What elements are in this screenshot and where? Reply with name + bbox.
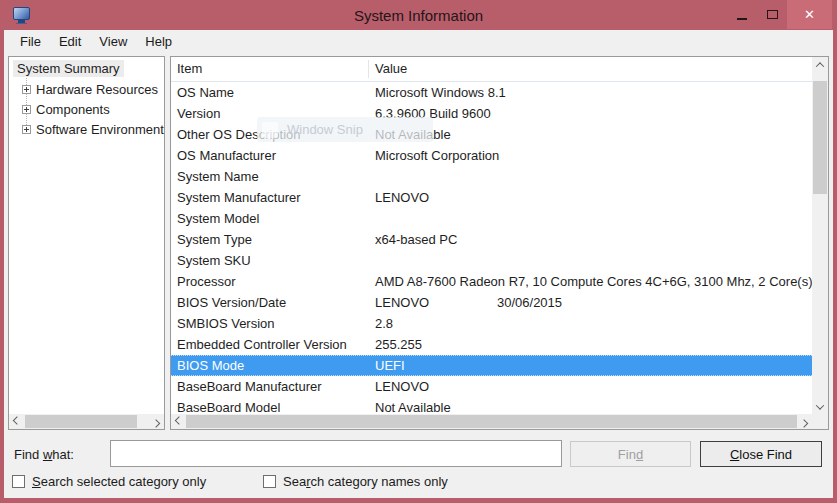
titlebar[interactable]: System Information ✕ bbox=[0, 0, 837, 30]
list-row[interactable]: OS NameMicrosoft Windows 8.1 bbox=[171, 82, 812, 103]
scrollbar-corner bbox=[812, 414, 828, 429]
row-item-cell: Embedded Controller Version bbox=[177, 334, 347, 355]
list-row[interactable]: System ManufacturerLENOVO bbox=[171, 187, 812, 208]
list-row[interactable]: System Typex64-based PC bbox=[171, 229, 812, 250]
column-header-item[interactable]: Item bbox=[177, 61, 202, 76]
row-item-cell: System Name bbox=[177, 166, 259, 187]
search-category-names-checkbox[interactable] bbox=[263, 475, 276, 488]
row-value-cell: Microsoft Windows 8.1 bbox=[375, 82, 506, 103]
row-value-cell: LENOVO bbox=[375, 376, 429, 397]
maximize-icon bbox=[767, 10, 778, 19]
chevron-left-icon bbox=[175, 416, 183, 424]
search-selected-category-checkbox[interactable] bbox=[12, 475, 25, 488]
list-row[interactable]: ProcessorAMD A8-7600 Radeon R7, 10 Compu… bbox=[171, 271, 812, 292]
list-row[interactable]: System SKU bbox=[171, 250, 812, 271]
scroll-right-button[interactable] bbox=[148, 414, 164, 429]
row-value-cell: Microsoft Corporation bbox=[375, 145, 499, 166]
list-row[interactable]: BaseBoard ModelNot Available bbox=[171, 397, 812, 414]
menu-edit[interactable]: Edit bbox=[50, 32, 90, 51]
search-selected-category-label[interactable]: Search selected category only bbox=[32, 474, 206, 489]
row-value2-cell: 30/06/2015 bbox=[497, 292, 562, 313]
scrollbar-thumb[interactable] bbox=[813, 81, 827, 194]
list-row[interactable]: BaseBoard ManufacturerLENOVO bbox=[171, 376, 812, 397]
list-row[interactable]: Other OS DescriptionNot Available bbox=[171, 124, 812, 145]
scroll-left-button[interactable] bbox=[171, 414, 187, 429]
list-row[interactable]: Embedded Controller Version255.255 bbox=[171, 334, 812, 355]
details-list-panel: Item Value OS NameMicrosoft Windows 8.1V… bbox=[170, 56, 829, 430]
chevron-left-icon bbox=[13, 416, 21, 424]
list-vertical-scrollbar[interactable] bbox=[812, 57, 828, 415]
close-button[interactable]: ✕ bbox=[787, 0, 832, 29]
list-row[interactable]: OS ManufacturerMicrosoft Corporation bbox=[171, 145, 812, 166]
find-what-label: Find what: bbox=[14, 447, 74, 462]
menu-help[interactable]: Help bbox=[136, 32, 181, 51]
window-title: System Information bbox=[0, 7, 837, 24]
row-item-cell: Other OS Description bbox=[177, 124, 301, 145]
row-item-cell: Processor bbox=[177, 271, 236, 292]
expand-plus-icon[interactable] bbox=[22, 85, 31, 94]
row-value-cell: LENOVO bbox=[375, 187, 429, 208]
row-value-cell: 6.3.9600 Build 9600 bbox=[375, 103, 491, 124]
tree-horizontal-scrollbar[interactable] bbox=[9, 414, 164, 429]
system-information-app-icon bbox=[13, 7, 30, 20]
minimize-icon bbox=[737, 18, 747, 20]
row-item-cell: BIOS Version/Date bbox=[177, 292, 286, 313]
chevron-up-icon bbox=[816, 62, 824, 70]
tree-item-software-environment[interactable]: Software Environment bbox=[9, 119, 164, 139]
row-item-cell: Version bbox=[177, 103, 220, 124]
scroll-left-button[interactable] bbox=[9, 414, 25, 429]
find-input[interactable] bbox=[110, 440, 562, 467]
column-header-value[interactable]: Value bbox=[375, 61, 407, 76]
menu-file[interactable]: File bbox=[11, 32, 50, 51]
category-tree-panel: System Summary Hardware ResourcesCompone… bbox=[8, 56, 165, 430]
system-information-window: System Information ✕ FileEditViewHelp Sy… bbox=[0, 0, 837, 503]
row-item-cell: OS Manufacturer bbox=[177, 145, 276, 166]
list-row[interactable]: BIOS ModeUEFI bbox=[171, 355, 812, 376]
row-item-cell: SMBIOS Version bbox=[177, 313, 275, 334]
scrollbar-thumb[interactable] bbox=[186, 415, 797, 428]
row-item-cell: System Model bbox=[177, 208, 259, 229]
close-find-button[interactable]: Close Find bbox=[700, 441, 822, 467]
row-item-cell: System SKU bbox=[177, 250, 251, 271]
row-item-cell: System Manufacturer bbox=[177, 187, 301, 208]
list-horizontal-scrollbar[interactable] bbox=[171, 414, 812, 429]
row-value-cell: Not Available bbox=[375, 397, 451, 414]
tree-item-components[interactable]: Components bbox=[9, 99, 164, 119]
scroll-right-button[interactable] bbox=[796, 414, 812, 429]
minimize-button[interactable] bbox=[727, 0, 757, 29]
tree-item-label: Hardware Resources bbox=[36, 82, 158, 97]
row-value-cell: 2.8 bbox=[375, 313, 393, 334]
tree-item-hardware-resources[interactable]: Hardware Resources bbox=[9, 79, 164, 99]
row-item-cell: BaseBoard Manufacturer bbox=[177, 376, 322, 397]
scrollbar-thumb[interactable] bbox=[25, 415, 137, 428]
row-value-cell: x64-based PC bbox=[375, 229, 457, 250]
row-item-cell: OS Name bbox=[177, 82, 234, 103]
row-item-cell: System Type bbox=[177, 229, 252, 250]
row-value-cell: AMD A8-7600 Radeon R7, 10 Compute Cores … bbox=[375, 271, 812, 292]
list-header: Item Value bbox=[171, 57, 812, 82]
tree-item-label: Software Environment bbox=[36, 122, 164, 137]
list-rows: OS NameMicrosoft Windows 8.1Version6.3.9… bbox=[171, 82, 812, 414]
search-category-names-label[interactable]: Search category names only bbox=[283, 474, 448, 489]
tree-item-system-summary[interactable]: System Summary bbox=[13, 60, 124, 77]
scroll-up-button[interactable] bbox=[812, 57, 828, 73]
list-row[interactable]: System Name bbox=[171, 166, 812, 187]
chevron-down-icon bbox=[816, 401, 824, 409]
row-value-cell: UEFI bbox=[375, 355, 405, 376]
scroll-down-button[interactable] bbox=[812, 399, 828, 415]
expand-plus-icon[interactable] bbox=[22, 125, 31, 134]
list-row[interactable]: Version6.3.9600 Build 9600 bbox=[171, 103, 812, 124]
expand-plus-icon[interactable] bbox=[22, 105, 31, 114]
list-row[interactable]: BIOS Version/DateLENOVO30/06/2015 bbox=[171, 292, 812, 313]
menu-bar: FileEditViewHelp bbox=[4, 30, 833, 52]
close-icon: ✕ bbox=[804, 7, 815, 22]
maximize-button[interactable] bbox=[757, 0, 787, 29]
list-row[interactable]: System Model bbox=[171, 208, 812, 229]
chevron-right-icon bbox=[152, 419, 160, 427]
menu-view[interactable]: View bbox=[90, 32, 136, 51]
find-button[interactable]: Find bbox=[570, 441, 691, 467]
tree-item-label: Components bbox=[36, 102, 110, 117]
list-row[interactable]: SMBIOS Version2.8 bbox=[171, 313, 812, 334]
row-value-cell: LENOVO bbox=[375, 292, 429, 313]
tree-children: Hardware ResourcesComponentsSoftware Env… bbox=[9, 79, 164, 139]
